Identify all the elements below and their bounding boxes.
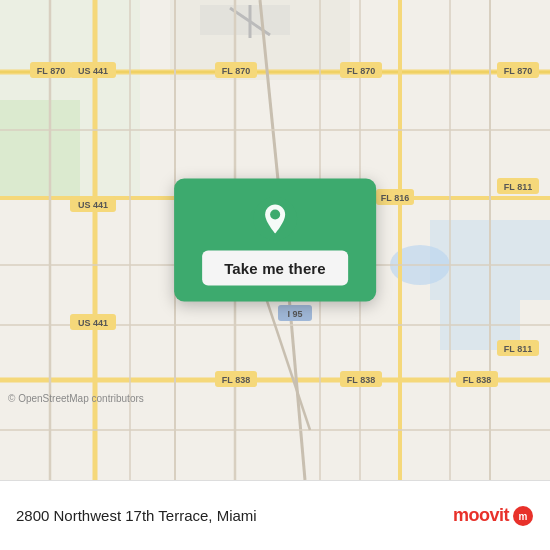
svg-text:FL 870: FL 870 xyxy=(222,66,250,76)
svg-text:FL 838: FL 838 xyxy=(347,375,375,385)
svg-text:FL 838: FL 838 xyxy=(463,375,491,385)
svg-text:FL 870: FL 870 xyxy=(504,66,532,76)
svg-text:US 441: US 441 xyxy=(78,318,108,328)
svg-text:FL 870: FL 870 xyxy=(37,66,65,76)
svg-text:FL 870: FL 870 xyxy=(347,66,375,76)
svg-text:I 95: I 95 xyxy=(287,309,302,319)
moovit-logo: moovit m xyxy=(453,505,534,527)
svg-rect-4 xyxy=(200,5,290,35)
take-me-there-button[interactable]: Take me there xyxy=(202,251,348,286)
svg-text:FL 816: FL 816 xyxy=(381,193,409,203)
address-text: 2800 Northwest 17th Terrace, Miami xyxy=(16,507,443,524)
svg-text:FL 811: FL 811 xyxy=(504,182,532,192)
svg-text:m: m xyxy=(519,511,528,522)
cta-overlay: Take me there xyxy=(174,179,376,302)
svg-text:US 441: US 441 xyxy=(78,66,108,76)
map-container: FL 870 FL 870 FL 870 FL 870 FL 816 FL 81… xyxy=(0,0,550,480)
svg-text:FL 838: FL 838 xyxy=(222,375,250,385)
bottom-bar: 2800 Northwest 17th Terrace, Miami moovi… xyxy=(0,480,550,550)
svg-text:FL 811: FL 811 xyxy=(504,344,532,354)
moovit-logo-icon: m xyxy=(512,505,534,527)
svg-rect-2 xyxy=(0,100,80,200)
app: FL 870 FL 870 FL 870 FL 870 FL 816 FL 81… xyxy=(0,0,550,550)
cta-card: Take me there xyxy=(174,179,376,302)
svg-point-61 xyxy=(270,210,280,220)
moovit-logo-text: moovit xyxy=(453,505,509,526)
copyright-text: © OpenStreetMap contributors xyxy=(8,393,144,404)
location-pin-icon xyxy=(253,197,297,241)
svg-text:US 441: US 441 xyxy=(78,200,108,210)
